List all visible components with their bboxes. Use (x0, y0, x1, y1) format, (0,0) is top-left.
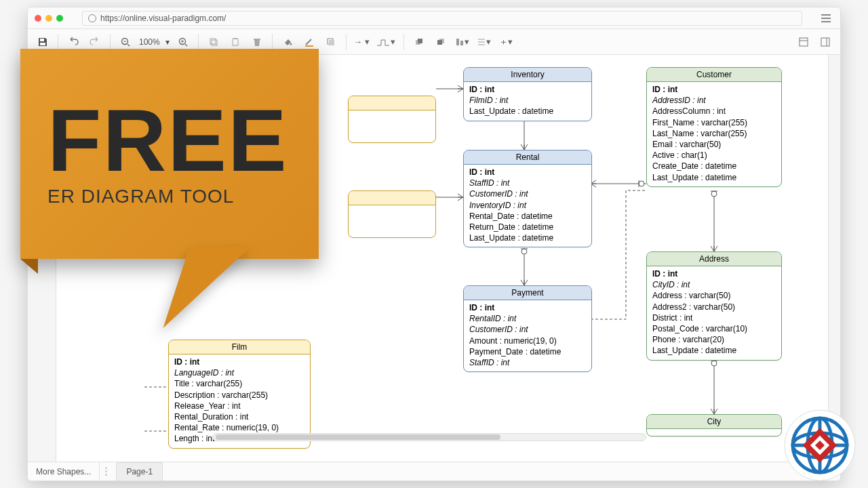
delete-icon[interactable] (248, 33, 267, 52)
outline-panel-icon[interactable] (816, 33, 835, 52)
zoom-level[interactable]: 100% (138, 37, 161, 47)
entity-shape-yellow[interactable] (35, 96, 50, 105)
undo-icon[interactable] (64, 33, 83, 52)
address-bar[interactable]: https://online.visual-paradigm.com/ (82, 11, 802, 26)
entity-attrs: ID : intCityID : intAddress : varchar(50… (647, 266, 781, 360)
entity-attr: Phone : varchar(20) (652, 334, 776, 345)
svg-rect-11 (233, 39, 238, 45)
entity-title: Rental (464, 150, 591, 165)
svg-rect-27 (800, 38, 808, 46)
workspace: Se En (28, 55, 840, 462)
distribute-icon[interactable]: ▾ (475, 33, 494, 52)
canvas[interactable]: Inventory ID : intFilmID : intLast_Updat… (56, 55, 828, 462)
svg-rect-9 (210, 39, 216, 44)
site-info-icon (88, 14, 96, 22)
zoom-out-icon[interactable] (116, 33, 135, 52)
entity-city[interactable]: City (646, 414, 782, 436)
connector-style-icon[interactable]: → ▾ (352, 33, 371, 52)
entity-attr: CustomerID : int (469, 188, 586, 199)
entity-attr: Rental_Duration : int (174, 411, 304, 422)
fill-color-icon[interactable] (278, 33, 297, 52)
entity-attr: ID : int (469, 302, 586, 313)
entity-stub-1[interactable] (348, 96, 436, 143)
entity-attrs (647, 429, 781, 436)
entity-attrs: ID : intFilmID : intLast_Update : dateti… (464, 82, 591, 121)
minimize-window-icon[interactable] (45, 15, 52, 22)
shapes-sidebar: Se En (28, 55, 56, 462)
to-back-icon[interactable] (431, 33, 450, 52)
entity-attr: Last_Update : datetime (652, 172, 776, 183)
entity-payment[interactable]: Payment ID : intRentalID : intCustomerID… (463, 285, 592, 372)
maximize-window-icon[interactable] (56, 15, 63, 22)
entity-attrs: ID : intAddressID : intAddressColumn : i… (647, 82, 781, 186)
entity-attr: Last_Name : varchar(255) (652, 128, 776, 139)
entity-attr: Return_Date : datetime (469, 222, 586, 232)
add-icon[interactable]: ＋▾ (496, 33, 515, 52)
shadow-icon[interactable] (321, 33, 340, 52)
format-panel-icon[interactable] (794, 33, 813, 52)
entity-attr: Address : varchar(50) (652, 290, 776, 301)
svg-rect-12 (234, 38, 237, 39)
entity-attr: ID : int (174, 357, 304, 367)
entity-attr: ID : int (652, 268, 776, 279)
entity-attr: Description : varchar(255) (174, 390, 304, 401)
main-toolbar: 100% ▾ → ▾ ▾ ▾ ▾ ＋▾ (28, 29, 840, 55)
entity-stub-2[interactable] (348, 190, 436, 238)
entity-attr: Last_Update : datetime (469, 232, 586, 243)
entity-attr: Release_Year : int (174, 401, 304, 411)
window-controls (35, 15, 63, 22)
entity-attr: FilmID : int (469, 95, 586, 106)
horizontal-scrollbar[interactable] (212, 433, 646, 441)
entity-attr: Email : varchar(50) (652, 139, 776, 150)
align-icon[interactable]: ▾ (453, 33, 472, 52)
url-text: https://online.visual-paradigm.com/ (100, 14, 226, 23)
svg-rect-0 (40, 39, 44, 41)
redo-icon[interactable] (85, 33, 104, 52)
close-window-icon[interactable] (35, 15, 41, 22)
entity-attr: AddressID : int (652, 95, 776, 106)
entity-attr: InventoryID : int (469, 200, 586, 211)
footer: More Shapes... Page-1 (28, 462, 840, 481)
entity-attr: ID : int (469, 84, 586, 95)
entity-attr: StaffID : int (469, 178, 586, 188)
svg-rect-23 (460, 41, 463, 45)
waypoint-style-icon[interactable]: ▾ (374, 33, 398, 52)
entity-inventory[interactable]: Inventory ID : intFilmID : intLast_Updat… (463, 67, 592, 121)
entity-attr: Rental_Date : datetime (469, 211, 586, 222)
entity-film[interactable]: Film ID : intLanguageID : intTitle : var… (168, 340, 311, 449)
entity-title: Customer (647, 68, 781, 82)
entity-attr: Active : char(1) (652, 150, 776, 161)
entity-attr: Amount : numeric(19, 0) (469, 336, 586, 346)
entity-rental[interactable]: Rental ID : intStaffID : intCustomerID :… (463, 150, 592, 247)
entity-attr: District : int (652, 312, 776, 323)
entity-customer[interactable]: Customer ID : intAddressID : intAddressC… (646, 67, 782, 187)
entity-attr: RentalID : int (469, 313, 586, 324)
entity-attr: ID : int (469, 167, 586, 178)
browser-menu-icon[interactable] (821, 14, 833, 22)
paste-icon[interactable] (226, 33, 245, 52)
entity-attr: CustomerID : int (469, 324, 586, 335)
save-icon[interactable] (33, 33, 52, 52)
right-rail (828, 55, 840, 462)
entity-attrs: ID : intRentalID : intCustomerID : intAm… (464, 300, 591, 371)
svg-rect-19 (418, 39, 422, 43)
zoom-dropdown-icon[interactable]: ▾ (164, 37, 171, 47)
entity-attr: Postal_Code : varchar(10) (652, 323, 776, 334)
svg-rect-29 (821, 38, 829, 46)
line-color-icon[interactable] (300, 33, 319, 52)
zoom-in-icon[interactable] (174, 33, 193, 52)
page-tab-1[interactable]: Page-1 (116, 462, 163, 481)
sidebar-section-entity[interactable]: En (28, 81, 45, 89)
entity-attr: ID : int (652, 84, 776, 95)
entity-attr: Rental_Rate : numeric(19, 0) (174, 422, 304, 433)
entity-title: Inventory (464, 68, 591, 82)
svg-rect-21 (437, 40, 442, 45)
svg-point-14 (290, 43, 292, 45)
shape-search-input[interactable]: Se (28, 60, 42, 70)
entity-shape-green[interactable] (35, 112, 50, 121)
entity-address[interactable]: Address ID : intCityID : intAddress : va… (646, 251, 782, 361)
to-front-icon[interactable] (410, 33, 429, 52)
svg-rect-17 (329, 40, 334, 45)
more-shapes-button[interactable]: More Shapes... (28, 462, 100, 481)
copy-icon[interactable] (204, 33, 223, 52)
